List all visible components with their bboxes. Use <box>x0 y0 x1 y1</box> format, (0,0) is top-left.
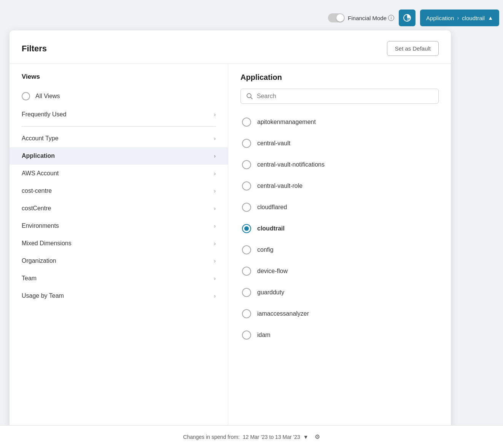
view-item-costCentre[interactable]: costCentre › <box>10 200 228 217</box>
set-default-button[interactable]: Set as Default <box>387 41 439 56</box>
team-chevron: › <box>214 275 216 281</box>
view-item-application[interactable]: Application › <box>10 147 228 165</box>
app-label-iamaccessanalyzer: iamaccessanalyzer <box>257 310 309 317</box>
account-type-chevron: › <box>214 135 216 141</box>
chart-icon-button[interactable] <box>399 10 415 26</box>
bottom-bar-dropdown-icon[interactable]: ▼ <box>303 434 309 440</box>
app-radio-device-flow <box>242 267 251 276</box>
view-item-all-views[interactable]: All Views <box>10 87 228 106</box>
app-radio-idam <box>242 330 251 340</box>
view-item-team[interactable]: Team › <box>10 270 228 287</box>
app-item-central-vault-role[interactable]: central-vault-role <box>240 175 439 197</box>
application-panel: Application apitokenmanagement central-v… <box>228 64 451 437</box>
search-input[interactable] <box>257 93 433 100</box>
svg-point-1 <box>247 94 251 98</box>
financial-mode-text: Financial Mode <box>348 15 387 21</box>
breadcrumb-pill[interactable]: Application › cloudtrail ▲ <box>420 10 499 26</box>
app-radio-cloudflared <box>242 203 251 212</box>
application-list: apitokenmanagement central-vault central… <box>240 111 439 346</box>
app-item-central-vault-notifications[interactable]: central-vault-notifications <box>240 154 439 175</box>
environments-chevron: › <box>214 223 216 229</box>
organization-label: Organization <box>22 257 56 264</box>
app-radio-iamaccessanalyzer <box>242 309 251 318</box>
financial-mode-group: Financial Mode i <box>328 13 394 22</box>
filter-header: Filters Set as Default <box>10 30 451 64</box>
cost-centre-chevron: › <box>214 188 216 194</box>
breadcrumb-parent: Application <box>426 15 454 21</box>
view-item-left: All Views <box>22 92 60 100</box>
financial-mode-toggle[interactable] <box>328 13 345 22</box>
team-label: Team <box>22 275 37 282</box>
views-panel: Views All Views Frequently Used › Accoun… <box>10 64 228 437</box>
app-label-guardduty: guardduty <box>257 289 284 296</box>
aws-account-chevron: › <box>214 170 216 176</box>
aws-account-label: AWS Account <box>22 170 59 177</box>
bottom-bar-text: Changes in spend from: <box>183 434 240 440</box>
app-label-central-vault-notifications: central-vault-notifications <box>257 161 325 168</box>
frequently-used-label: Frequently Used <box>22 111 66 118</box>
organization-chevron: › <box>214 258 216 264</box>
all-views-radio <box>22 92 30 100</box>
view-item-aws-account[interactable]: AWS Account › <box>10 165 228 182</box>
bottom-bar: Changes in spend from: 12 Mar '23 to 13 … <box>0 425 503 448</box>
view-item-environments[interactable]: Environments › <box>10 217 228 235</box>
view-item-cost-centre[interactable]: cost-centre › <box>10 182 228 200</box>
app-item-idam[interactable]: idam <box>240 324 439 346</box>
app-radio-central-vault-role <box>242 181 251 191</box>
app-radio-central-vault-notifications <box>242 160 251 169</box>
bottom-bar-settings-icon[interactable]: ⚙ <box>315 433 320 440</box>
app-item-device-flow[interactable]: device-flow <box>240 261 439 282</box>
app-item-cloudtrail[interactable]: cloudtrail <box>240 218 439 239</box>
mixed-dimensions-chevron: › <box>214 240 216 246</box>
app-radio-guardduty <box>242 288 251 297</box>
filter-body: Views All Views Frequently Used › Accoun… <box>10 64 451 437</box>
app-label-apitokenmanagement: apitokenmanagement <box>257 119 316 126</box>
search-box <box>240 89 439 104</box>
search-icon <box>246 93 253 100</box>
svg-line-2 <box>251 97 252 99</box>
view-item-usage-by-team[interactable]: Usage by Team › <box>10 287 228 305</box>
application-chevron: › <box>214 153 216 159</box>
app-label-central-vault: central-vault <box>257 140 290 147</box>
bottom-bar-date-range: 12 Mar '23 to 13 Mar '23 <box>243 434 300 440</box>
mixed-dimensions-label: Mixed Dimensions <box>22 240 72 247</box>
app-radio-apitokenmanagement <box>242 118 251 127</box>
environments-label: Environments <box>22 222 59 229</box>
filter-title: Filters <box>22 44 47 54</box>
app-item-config[interactable]: config <box>240 239 439 261</box>
view-item-frequently-used[interactable]: Frequently Used › <box>10 106 228 123</box>
filter-panel: Filters Set as Default Views All Views F… <box>10 30 451 437</box>
app-label-cloudtrail: cloudtrail <box>257 225 285 232</box>
usage-by-team-label: Usage by Team <box>22 292 64 299</box>
pie-chart-icon <box>403 14 411 22</box>
view-item-account-type[interactable]: Account Type › <box>10 130 228 147</box>
app-label-central-vault-role: central-vault-role <box>257 183 302 189</box>
costCentre-chevron: › <box>214 205 216 211</box>
app-item-cloudflared[interactable]: cloudflared <box>240 197 439 218</box>
application-label: Application <box>22 153 55 159</box>
application-panel-title: Application <box>240 73 439 82</box>
frequently-used-chevron: › <box>214 111 216 118</box>
app-radio-central-vault <box>242 139 251 148</box>
view-item-mixed-dimensions[interactable]: Mixed Dimensions › <box>10 235 228 252</box>
breadcrumb-child: cloudtrail <box>462 15 485 21</box>
cost-centre-label: cost-centre <box>22 187 52 194</box>
all-views-label: All Views <box>35 93 60 100</box>
app-radio-cloudtrail <box>242 224 251 233</box>
app-radio-config <box>242 245 251 254</box>
app-label-idam: idam <box>257 332 271 338</box>
breadcrumb-separator: › <box>457 15 459 21</box>
financial-mode-info-icon[interactable]: i <box>388 15 394 21</box>
app-item-iamaccessanalyzer[interactable]: iamaccessanalyzer <box>240 303 439 324</box>
app-item-central-vault[interactable]: central-vault <box>240 133 439 154</box>
view-item-organization[interactable]: Organization › <box>10 252 228 270</box>
account-type-label: Account Type <box>22 135 59 142</box>
views-label: Views <box>10 73 228 87</box>
breadcrumb-expand-icon: ▲ <box>488 15 493 21</box>
app-label-device-flow: device-flow <box>257 268 288 275</box>
app-label-cloudflared: cloudflared <box>257 204 287 211</box>
financial-mode-label: Financial Mode i <box>348 15 394 21</box>
costCentre-label: costCentre <box>22 205 51 212</box>
app-item-apitokenmanagement[interactable]: apitokenmanagement <box>240 111 439 133</box>
app-item-guardduty[interactable]: guardduty <box>240 282 439 303</box>
